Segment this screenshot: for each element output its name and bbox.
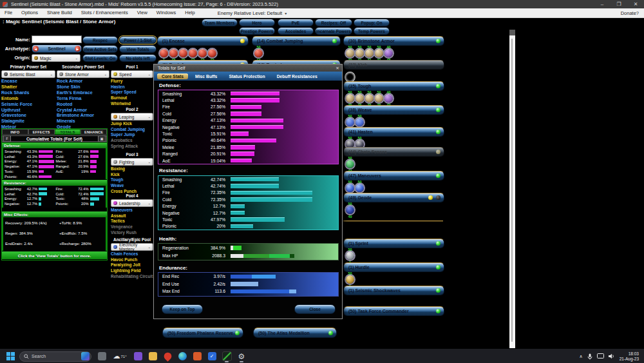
power-list-item-super-speed[interactable]: Super Speed	[111, 90, 153, 95]
enhancement-slot[interactable]: 5031	[375, 49, 383, 57]
power-list-item-combat-jumping[interactable]: Combat Jumping	[111, 127, 153, 133]
menu-help[interactable]: Help	[180, 8, 199, 17]
enhancement-slot[interactable]: 15	[169, 49, 178, 57]
start-button[interactable]	[5, 351, 15, 362]
speaker-icon[interactable]	[609, 353, 615, 359]
powerset-dropdown-leadership[interactable]: Leadership⌄	[111, 199, 153, 207]
accolade-bar-freedom-phalanx-reserve[interactable]: (50) Freedom Phalanx Reserve	[162, 328, 243, 338]
power-bar-hasten[interactable]: (41) Hasten	[343, 127, 444, 137]
close-icon[interactable]: ✕	[333, 66, 342, 71]
scrollbar-thumb[interactable]	[511, 39, 513, 342]
archetype-next-icon[interactable]: ▶	[75, 46, 80, 52]
power-list-item-super-jump[interactable]: Super Jump	[111, 132, 153, 138]
enhancement-slot[interactable]: 5031	[365, 49, 374, 57]
power-bar-encase[interactable]: (1) Encase	[157, 36, 249, 46]
search-input[interactable]: Search	[19, 351, 91, 362]
menu-options[interactable]: Options	[17, 8, 43, 17]
power-list-item-tactics[interactable]: Tactics	[111, 219, 153, 224]
power-list-item-terra-firma[interactable]: Terra Firma	[57, 96, 109, 102]
power-list-item-earth-s-embrace[interactable]: Earth's Embrace	[57, 90, 109, 96]
totals-tab-misc-buffs[interactable]: Misc Buffs	[191, 74, 222, 79]
tab-effects[interactable]: EFFECTS	[28, 129, 55, 135]
enhancement-slot[interactable]: 15	[179, 49, 187, 57]
top-button-prestige-powers[interactable]: Prestige Powers	[239, 27, 275, 35]
slot-levels-button[interactable]: Slot Levels: On	[82, 54, 118, 62]
tab-totals[interactable]: TOTALS	[55, 129, 81, 135]
mids-reborn-icon[interactable]	[222, 351, 232, 362]
power-bar-sprint[interactable]: (1) Sprint	[343, 239, 444, 248]
powerset-dropdown-speed[interactable]: Speed⌄	[111, 70, 153, 78]
cast-display-icon[interactable]	[597, 353, 604, 359]
scrollbar[interactable]	[509, 30, 515, 348]
maps-pin-icon[interactable]	[162, 351, 173, 362]
enhancement-slot[interactable]: 5044	[346, 160, 354, 168]
power-list-item-maneuvers[interactable]: Maneuvers	[111, 208, 153, 213]
power-list-item-rock-shards[interactable]: Rock Shards	[1, 90, 55, 96]
top-button-accolades[interactable]: Accolades	[278, 27, 314, 35]
enhancement-slot[interactable]: 5036	[355, 94, 364, 103]
power-slot-toggle-button[interactable]: Power / 1-Slot	[119, 36, 156, 44]
power-list-item-entomb[interactable]: Entomb	[1, 96, 55, 102]
powerset-dropdown-seismic-blast[interactable]: Seismic Blast⌄	[1, 70, 55, 78]
power-list-item-crystal-armor[interactable]: Crystal Armor	[57, 108, 109, 113]
power-list-item-chain-fences[interactable]: Chain Fences	[111, 251, 153, 257]
power-list-item-seismic-force[interactable]: Seismic Force	[1, 102, 55, 108]
float-panel-button[interactable]: F	[3, 135, 11, 142]
menu-file[interactable]: File	[0, 8, 17, 17]
tab-info[interactable]: INFO	[2, 129, 28, 135]
maximize-button[interactable]: ❐	[611, 0, 627, 8]
enhancement-slot[interactable]: 5039	[355, 118, 364, 126]
power-list-item-lightning-field[interactable]: Lightning Field	[111, 268, 153, 274]
power-list-item-brimstone-armor[interactable]: Brimstone Armor	[57, 113, 109, 119]
microphone-icon[interactable]	[587, 353, 592, 360]
power-list-item-acrobatics[interactable]: Acrobatics	[111, 138, 153, 144]
enhancement-slot[interactable]: 5047	[355, 184, 364, 192]
power-list-item-gravestone[interactable]: Gravestone	[1, 113, 55, 119]
close-button[interactable]: ✕	[627, 0, 644, 8]
accolade-bar-the-atlas-medallion[interactable]: (50) The Atlas Medallion	[253, 328, 337, 338]
top-button-incarnate-powers[interactable]: Incarnate Powers	[315, 27, 352, 35]
enhancement-slot[interactable]: 501	[346, 251, 354, 260]
power-list-item-weave[interactable]: Weave	[111, 183, 153, 189]
minimize-button[interactable]: –	[594, 0, 611, 8]
menu-view[interactable]: View	[133, 8, 152, 17]
keep-on-top-button[interactable]: Keep on Top	[162, 304, 203, 314]
enhancement-slot[interactable]: 19	[198, 49, 207, 57]
enhancement-slot[interactable]: 5036	[375, 94, 383, 103]
power-bar-weave[interactable]: (38) Weave	[343, 105, 444, 115]
power-list-item-hasten[interactable]: Hasten	[111, 84, 153, 90]
enhancement-slot[interactable]: 501	[346, 275, 354, 284]
enhancement-slot[interactable]: 4048	[384, 49, 393, 57]
power-list-item-assault[interactable]: Assault	[111, 213, 153, 219]
menu-share-build[interactable]: Share Build	[43, 8, 77, 17]
power-bar-kick[interactable]: (32) Kick	[343, 60, 444, 70]
menu-windows[interactable]: Windows	[152, 8, 180, 17]
power-list-item-stalagmite[interactable]: Stalagmite	[1, 119, 55, 124]
power-list-item-upthrust[interactable]: Upthrust	[1, 108, 55, 113]
enhancement-slot[interactable]: 1	[160, 49, 168, 57]
powerset-dropdown-fighting[interactable]: Fighting⌄	[111, 158, 153, 166]
tab-enhance[interactable]: ENHANCE	[80, 129, 107, 135]
popout-panel-button[interactable]: ▣	[98, 135, 106, 142]
power-bar-combat-jumping[interactable]: (14) Combat Jumping	[252, 36, 341, 46]
top-button-recipes-off[interactable]: Recipes: Off	[315, 19, 352, 26]
power-list-item-stone-skin[interactable]: Stone Skin	[57, 84, 109, 90]
power-bar-maneuvers[interactable]: (47) Maneuvers	[343, 171, 444, 181]
totals-tab-core-stats[interactable]: Core Stats	[157, 74, 188, 79]
power-list-item-minerals[interactable]: Minerals	[57, 119, 109, 124]
power-list-item-encase[interactable]: Encase	[1, 79, 55, 84]
enhancement-slot[interactable]: 5030	[346, 49, 354, 57]
purple-app-icon[interactable]	[133, 351, 143, 362]
power-list-item-tough[interactable]: Tough	[111, 177, 153, 183]
power-list-item-kick[interactable]: Kick	[111, 172, 153, 178]
power-list-item-rooted[interactable]: Rooted	[57, 102, 109, 108]
power-bar-seismic-shockwaves[interactable]: (1) Seismic Shockwaves	[343, 286, 444, 295]
power-bar-geode[interactable]: (49) Geode	[343, 193, 444, 202]
power-list-item-paralyzing-jolt[interactable]: Paralyzing Jolt	[111, 262, 153, 268]
orange-app-icon[interactable]	[192, 351, 202, 362]
enhancement-slot[interactable]: 5035	[346, 94, 354, 103]
edge-browser-icon[interactable]	[177, 351, 187, 362]
enhancement-slot[interactable]: 5038	[346, 118, 354, 126]
top-button-pve[interactable]: PvE	[278, 19, 314, 26]
no-slots-left-button[interactable]: No slots left	[119, 54, 156, 62]
